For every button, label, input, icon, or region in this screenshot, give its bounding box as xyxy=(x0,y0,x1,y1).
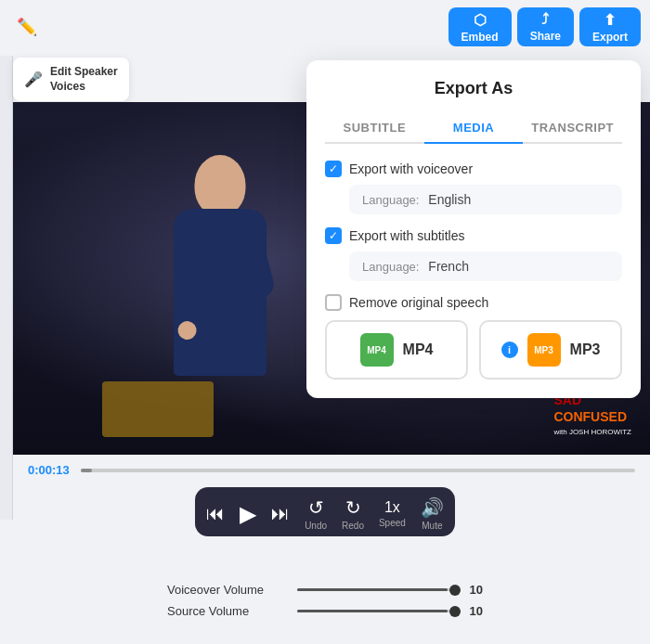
redo-icon: ↻ xyxy=(345,496,361,519)
format-buttons: MP4 MP4 i MP3 MP3 xyxy=(325,320,622,380)
undo-button[interactable]: ↺ Undo xyxy=(305,496,327,531)
voiceover-checkbox[interactable]: ✓ xyxy=(325,161,342,177)
person-head xyxy=(195,155,246,215)
source-volume-thumb xyxy=(449,606,461,617)
source-volume-row: Source Volume 10 xyxy=(167,604,483,618)
export-label: Export xyxy=(592,31,628,44)
mute-button[interactable]: 🔊 Mute xyxy=(421,496,444,531)
voiceover-checkbox-label: Export with voiceover xyxy=(349,161,473,176)
subtitles-lang-label: Language: xyxy=(362,260,419,274)
export-panel: Export As SUBTITLE MEDIA TRANSCRIPT ✓ Ex… xyxy=(306,60,641,398)
voiceover-checkbox-row: ✓ Export with voiceover xyxy=(325,161,622,177)
subtitles-language-field[interactable]: Language: French xyxy=(349,251,622,281)
remove-speech-row: Remove original speech xyxy=(325,294,622,311)
subtitles-lang-value: French xyxy=(428,259,469,274)
fast-forward-icon: ⏭ xyxy=(271,503,290,524)
watermark-sub: with JOSH HOROWITZ xyxy=(553,428,631,436)
mp4-icon: MP4 xyxy=(360,333,394,367)
mp4-label: MP4 xyxy=(403,341,434,358)
embed-label: Embed xyxy=(462,31,499,44)
voiceover-volume-value: 10 xyxy=(464,583,483,597)
controls-row: ⏮ ▶ ⏭ ↺ Undo ↻ Redo 1x Speed 🔊 Mute xyxy=(206,496,444,531)
chair xyxy=(102,381,214,437)
undo-icon: ↺ xyxy=(308,496,324,519)
subtitles-checkbox[interactable]: ✓ xyxy=(325,227,342,244)
source-volume-value: 10 xyxy=(464,604,483,618)
speed-icon: 1x xyxy=(384,499,400,516)
share-label: Share xyxy=(530,30,561,43)
subtitles-check-icon: ✓ xyxy=(329,229,338,242)
voiceover-lang-label: Language: xyxy=(362,193,419,207)
progress-fill xyxy=(81,469,92,472)
progress-area: 0:00:13 xyxy=(13,457,650,483)
mp3-button[interactable]: i MP3 MP3 xyxy=(479,320,622,380)
watermark-confused: CONFUSED xyxy=(553,409,631,424)
source-volume-slider[interactable] xyxy=(297,610,455,612)
export-button[interactable]: ⬆ Export xyxy=(579,7,641,46)
embed-icon: ⬡ xyxy=(474,11,487,29)
speed-button[interactable]: 1x Speed xyxy=(379,499,406,528)
tab-media[interactable]: MEDIA xyxy=(424,113,524,144)
mp4-button[interactable]: MP4 MP4 xyxy=(325,320,468,380)
speed-label: Speed xyxy=(379,518,406,528)
voiceover-volume-row: Voiceover Volume 10 xyxy=(167,583,483,597)
remove-speech-label: Remove original speech xyxy=(349,295,488,310)
source-volume-label: Source Volume xyxy=(167,604,288,618)
left-sidebar xyxy=(0,56,13,520)
voiceover-volume-fill xyxy=(297,588,448,591)
rewind-button[interactable]: ⏮ xyxy=(206,503,225,524)
remove-speech-checkbox[interactable] xyxy=(325,294,342,311)
redo-button[interactable]: ↻ Redo xyxy=(342,496,364,531)
volume-icon: 🔊 xyxy=(421,496,444,519)
export-title: Export As xyxy=(325,79,622,98)
volume-section: Voiceover Volume 10 Source Volume 10 xyxy=(167,583,483,625)
mute-label: Mute xyxy=(422,521,442,531)
voiceover-volume-thumb xyxy=(449,585,461,596)
speaker-panel-label: Edit SpeakerVoices xyxy=(50,65,118,94)
tab-subtitle[interactable]: SUBTITLE xyxy=(325,113,424,142)
mp3-info-icon: i xyxy=(501,341,518,358)
edit-icon[interactable]: ✏️ xyxy=(17,17,37,37)
voiceover-volume-label: Voiceover Volume xyxy=(167,583,288,597)
fast-forward-button[interactable]: ⏭ xyxy=(271,503,290,524)
voiceover-language-field[interactable]: Language: English xyxy=(349,185,622,214)
voiceover-check-icon: ✓ xyxy=(329,162,338,175)
subtitles-checkbox-label: Export with subtitles xyxy=(349,228,465,243)
top-toolbar: ⬡ Embed ⤴ Share ⬆ Export xyxy=(439,0,650,54)
play-icon: ▶ xyxy=(240,501,256,527)
export-tabs: SUBTITLE MEDIA TRANSCRIPT xyxy=(325,113,622,144)
export-icon: ⬆ xyxy=(604,11,616,29)
player-controls: ⏮ ▶ ⏭ ↺ Undo ↻ Redo 1x Speed 🔊 Mute xyxy=(195,487,455,536)
share-icon: ⤴ xyxy=(541,11,549,28)
tab-transcript[interactable]: TRANSCRIPT xyxy=(523,113,622,142)
mp3-label: MP3 xyxy=(570,341,601,358)
voiceover-volume-slider[interactable] xyxy=(297,588,455,591)
redo-label: Redo xyxy=(342,521,364,531)
progress-bar[interactable] xyxy=(81,469,635,472)
voiceover-lang-value: English xyxy=(428,192,471,207)
undo-label: Undo xyxy=(305,521,327,531)
mic-icon: 🎤 xyxy=(24,71,43,88)
rewind-icon: ⏮ xyxy=(206,503,225,524)
embed-button[interactable]: ⬡ Embed xyxy=(448,7,512,46)
share-button[interactable]: ⤴ Share xyxy=(517,7,574,46)
play-button[interactable]: ▶ xyxy=(240,501,256,527)
time-display: 0:00:13 xyxy=(28,463,70,477)
speaker-panel[interactable]: 🎤 Edit SpeakerVoices xyxy=(13,58,129,101)
source-volume-fill xyxy=(297,610,448,612)
mp3-icon: MP3 xyxy=(527,333,561,367)
subtitles-checkbox-row: ✓ Export with subtitles xyxy=(325,227,622,244)
